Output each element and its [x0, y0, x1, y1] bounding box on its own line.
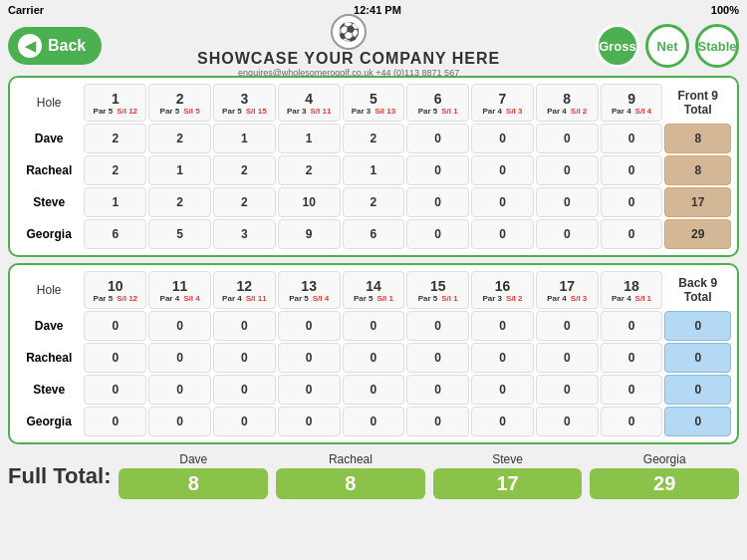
hole-10-header: 10 Par 5S/I 12 — [84, 271, 146, 309]
front9-score-steve-hole-3[interactable]: 2 — [213, 187, 276, 217]
front9-score-georgia-hole-6[interactable]: 0 — [406, 219, 469, 249]
front9-score-dave-hole-5[interactable]: 2 — [343, 124, 405, 153]
gross-button[interactable]: Gross — [596, 24, 639, 68]
back9-score-dave-hole-14[interactable]: 0 — [343, 311, 405, 341]
front9-score-steve-hole-1[interactable]: 1 — [84, 187, 146, 217]
back9-total-header: Back 9Total — [664, 271, 731, 309]
hole-header-label: Hole — [16, 84, 82, 122]
back9-score-steve-hole-15[interactable]: 0 — [406, 375, 469, 405]
back9-score-georgia-hole-18[interactable]: 0 — [601, 407, 663, 436]
back9-score-steve-hole-18[interactable]: 0 — [601, 375, 663, 405]
hole-11-header: 11 Par 4S/I 4 — [148, 271, 211, 309]
hole-5-header: 5 Par 3S/I 13 — [343, 84, 405, 122]
back9-score-georgia-hole-17[interactable]: 0 — [536, 407, 599, 436]
player-name-dave: Dave — [16, 124, 82, 153]
back9-score-racheal-hole-15[interactable]: 0 — [406, 343, 469, 373]
front9-score-dave-hole-2[interactable]: 2 — [148, 124, 211, 153]
front9-total-dave: 8 — [664, 124, 731, 153]
back9-score-racheal-hole-11[interactable]: 0 — [148, 343, 211, 373]
front9-score-dave-hole-3[interactable]: 1 — [213, 124, 276, 153]
front9-score-dave-hole-4[interactable]: 1 — [278, 124, 341, 153]
front9-score-steve-hole-2[interactable]: 2 — [148, 187, 211, 217]
net-button[interactable]: Net — [645, 24, 689, 68]
front9-score-georgia-hole-5[interactable]: 6 — [343, 219, 405, 249]
back9-score-racheal-hole-10[interactable]: 0 — [84, 343, 146, 373]
back9-score-steve-hole-17[interactable]: 0 — [536, 375, 599, 405]
hole-18-header: 18 Par 4S/I 1 — [601, 271, 663, 309]
back9-score-dave-hole-15[interactable]: 0 — [406, 311, 469, 341]
front9-score-georgia-hole-7[interactable]: 0 — [471, 219, 534, 249]
dave-total-value: 8 — [119, 468, 268, 499]
back9-score-georgia-hole-16[interactable]: 0 — [471, 407, 534, 436]
back9-score-steve-hole-16[interactable]: 0 — [471, 375, 534, 405]
back9-score-dave-hole-18[interactable]: 0 — [601, 311, 663, 341]
front9-score-dave-hole-1[interactable]: 2 — [84, 124, 146, 153]
front9-score-dave-hole-7[interactable]: 0 — [471, 124, 534, 153]
front9-score-georgia-hole-8[interactable]: 0 — [536, 219, 599, 249]
back9-score-georgia-hole-14[interactable]: 0 — [343, 407, 405, 436]
back9-row-steve: Steve0000000000 — [16, 375, 731, 405]
back-button[interactable]: ◀ Back — [8, 27, 102, 65]
front9-total-header: Front 9Total — [664, 84, 731, 122]
front9-score-georgia-hole-2[interactable]: 5 — [148, 219, 211, 249]
front9-score-racheal-hole-5[interactable]: 1 — [343, 155, 405, 185]
stable-button[interactable]: Stable — [695, 24, 739, 68]
hole-12-header: 12 Par 4S/I 11 — [213, 271, 276, 309]
front9-score-steve-hole-8[interactable]: 0 — [536, 187, 599, 217]
front9-row-georgia: Georgia65396000029 — [16, 219, 731, 249]
georgia-total-value: 29 — [590, 468, 739, 499]
front9-score-racheal-hole-6[interactable]: 0 — [406, 155, 469, 185]
full-total-section: Full Total: Dave 8 Racheal 8 Steve 17 Ge… — [0, 448, 747, 503]
player-name-georgia: Georgia — [16, 219, 82, 249]
back9-score-racheal-hole-16[interactable]: 0 — [471, 343, 534, 373]
front9-table: Hole 1 Par 5S/I 12 2 Par 5S/I 5 3 Par 5S… — [14, 82, 733, 251]
back9-score-racheal-hole-14[interactable]: 0 — [343, 343, 405, 373]
back9-score-steve-hole-10[interactable]: 0 — [84, 375, 146, 405]
front9-score-racheal-hole-4[interactable]: 2 — [278, 155, 341, 185]
back9-row-dave: Dave0000000000 — [16, 311, 731, 341]
hole-header-label-back: Hole — [16, 271, 82, 309]
front9-score-racheal-hole-7[interactable]: 0 — [471, 155, 534, 185]
front9-score-georgia-hole-1[interactable]: 6 — [84, 219, 146, 249]
front9-score-georgia-hole-4[interactable]: 9 — [278, 219, 341, 249]
front9-score-steve-hole-6[interactable]: 0 — [406, 187, 469, 217]
player-name-racheal: Racheal — [16, 155, 82, 185]
front9-score-racheal-hole-9[interactable]: 0 — [601, 155, 663, 185]
back9-score-georgia-hole-13[interactable]: 0 — [278, 407, 341, 436]
back9-score-dave-hole-10[interactable]: 0 — [84, 311, 146, 341]
front9-score-racheal-hole-1[interactable]: 2 — [84, 155, 146, 185]
back9-score-dave-hole-17[interactable]: 0 — [536, 311, 599, 341]
back9-score-steve-hole-11[interactable]: 0 — [148, 375, 211, 405]
back9-score-racheal-hole-12[interactable]: 0 — [213, 343, 276, 373]
back9-score-racheal-hole-17[interactable]: 0 — [536, 343, 599, 373]
back9-score-steve-hole-12[interactable]: 0 — [213, 375, 276, 405]
front9-score-steve-hole-4[interactable]: 10 — [278, 187, 341, 217]
back9-score-racheal-hole-18[interactable]: 0 — [601, 343, 663, 373]
logo-icon: ⚽ — [331, 14, 367, 50]
back9-score-steve-hole-13[interactable]: 0 — [278, 375, 341, 405]
back9-score-racheal-hole-13[interactable]: 0 — [278, 343, 341, 373]
back9-score-georgia-hole-15[interactable]: 0 — [406, 407, 469, 436]
front9-score-dave-hole-9[interactable]: 0 — [601, 124, 663, 153]
front9-score-georgia-hole-9[interactable]: 0 — [601, 219, 663, 249]
front9-score-racheal-hole-3[interactable]: 2 — [213, 155, 276, 185]
front9-score-dave-hole-8[interactable]: 0 — [536, 124, 599, 153]
back9-score-dave-hole-11[interactable]: 0 — [148, 311, 211, 341]
back9-score-dave-hole-13[interactable]: 0 — [278, 311, 341, 341]
back9-score-steve-hole-14[interactable]: 0 — [343, 375, 405, 405]
back9-score-dave-hole-12[interactable]: 0 — [213, 311, 276, 341]
front9-score-steve-hole-5[interactable]: 2 — [343, 187, 405, 217]
back9-score-georgia-hole-11[interactable]: 0 — [148, 407, 211, 436]
back9-total-dave: 0 — [664, 311, 731, 341]
front9-score-dave-hole-6[interactable]: 0 — [406, 124, 469, 153]
back-arrow-icon: ◀ — [18, 34, 42, 58]
front9-score-steve-hole-7[interactable]: 0 — [471, 187, 534, 217]
front9-score-racheal-hole-2[interactable]: 1 — [148, 155, 211, 185]
front9-score-racheal-hole-8[interactable]: 0 — [536, 155, 599, 185]
front9-score-steve-hole-9[interactable]: 0 — [601, 187, 663, 217]
hole-15-header: 15 Par 5S/I 1 — [406, 271, 469, 309]
back9-score-dave-hole-16[interactable]: 0 — [471, 311, 534, 341]
back9-score-georgia-hole-12[interactable]: 0 — [213, 407, 276, 436]
front9-score-georgia-hole-3[interactable]: 3 — [213, 219, 276, 249]
back9-score-georgia-hole-10[interactable]: 0 — [84, 407, 146, 436]
